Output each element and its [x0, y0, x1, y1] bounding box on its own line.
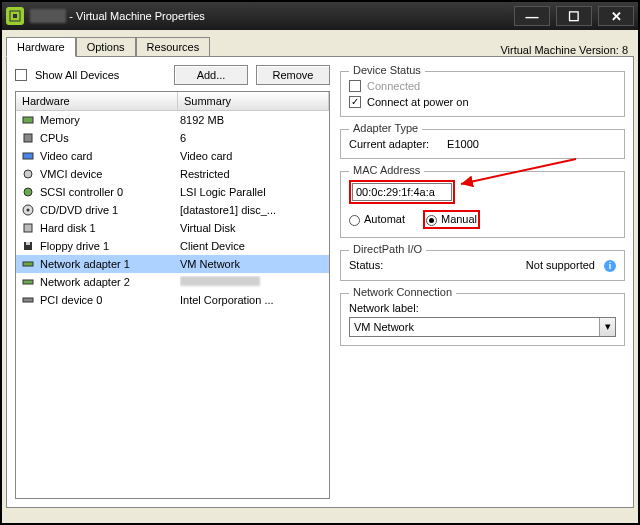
network-connection-group: Network Connection Network label: VM Net… [340, 293, 625, 346]
hardware-summary: Video card [180, 150, 325, 162]
column-summary[interactable]: Summary [178, 92, 329, 110]
disc-icon [20, 204, 36, 216]
hardware-summary: Virtual Disk [180, 222, 325, 234]
directpath-group: DirectPath I/O Status: Not supported i [340, 250, 625, 281]
hardware-name: SCSI controller 0 [40, 186, 180, 198]
hardware-name: Floppy drive 1 [40, 240, 180, 252]
svg-rect-3 [23, 153, 33, 159]
hardware-name: Network adapter 1 [40, 258, 180, 270]
tab-resources[interactable]: Resources [136, 37, 211, 57]
network-label-label: Network label: [349, 302, 616, 314]
nic-icon [20, 258, 36, 270]
svg-rect-8 [24, 224, 32, 232]
mac-address-legend: MAC Address [349, 164, 424, 176]
info-icon[interactable]: i [604, 260, 616, 272]
svg-point-7 [27, 209, 30, 212]
svg-rect-13 [23, 298, 33, 302]
add-button[interactable]: Add... [174, 65, 248, 85]
connect-at-power-on-label: Connect at power on [367, 96, 469, 108]
table-row[interactable]: SCSI controller 0LSI Logic Parallel [16, 183, 329, 201]
table-row[interactable]: Memory8192 MB [16, 111, 329, 129]
svg-point-4 [24, 170, 32, 178]
hardware-name: PCI device 0 [40, 294, 180, 306]
window-title: - Virtual Machine Properties [30, 9, 514, 24]
chevron-down-icon[interactable]: ▾ [599, 318, 615, 336]
mac-manual-highlight: Manual [423, 210, 480, 229]
table-row[interactable]: Network adapter 2 [16, 273, 329, 291]
maximize-button[interactable]: ☐ [556, 6, 592, 26]
close-button[interactable]: ✕ [598, 6, 634, 26]
tab-hardware[interactable]: Hardware [6, 37, 76, 57]
connect-at-power-on-checkbox[interactable] [349, 96, 361, 108]
current-adapter-value: E1000 [447, 138, 479, 150]
svg-rect-12 [23, 280, 33, 284]
tab-bar: Hardware Options Resources [6, 36, 210, 56]
table-row[interactable]: Floppy drive 1Client Device [16, 237, 329, 255]
connected-checkbox[interactable] [349, 80, 361, 92]
hardware-summary: 8192 MB [180, 114, 325, 126]
svg-rect-2 [24, 134, 32, 142]
hardware-summary: 6 [180, 132, 325, 144]
redacted-vm-name [30, 9, 66, 23]
directpath-status-label: Status: [349, 259, 383, 272]
video-icon [20, 150, 36, 162]
device-status-group: Device Status Connected Connect at power… [340, 71, 625, 117]
svg-rect-10 [26, 242, 30, 245]
nic-icon [20, 276, 36, 288]
svg-rect-11 [23, 262, 33, 266]
vm-version-label: Virtual Machine Version: 8 [210, 42, 634, 56]
hardware-name: Memory [40, 114, 180, 126]
connected-label: Connected [367, 80, 420, 92]
hardware-name: CPUs [40, 132, 180, 144]
table-row[interactable]: CD/DVD drive 1[datastore1] disc_... [16, 201, 329, 219]
table-row[interactable]: Video cardVideo card [16, 147, 329, 165]
hardware-summary: Restricted [180, 168, 325, 180]
table-row[interactable]: PCI device 0Intel Corporation ... [16, 291, 329, 309]
mac-address-input[interactable] [352, 183, 452, 201]
hardware-name: Hard disk 1 [40, 222, 180, 234]
hardware-summary: Client Device [180, 240, 325, 252]
table-row[interactable]: VMCI deviceRestricted [16, 165, 329, 183]
network-connection-legend: Network Connection [349, 286, 456, 298]
show-all-devices-checkbox[interactable] [15, 69, 27, 81]
floppy-icon [20, 240, 36, 252]
hardware-summary: LSI Logic Parallel [180, 186, 325, 198]
titlebar: - Virtual Machine Properties — ☐ ✕ [2, 2, 638, 30]
hardware-summary [180, 276, 325, 288]
adapter-type-group: Adapter Type Current adapter: E1000 [340, 129, 625, 159]
show-all-devices-label: Show All Devices [35, 69, 166, 81]
hardware-name: Network adapter 2 [40, 276, 180, 288]
minimize-button[interactable]: — [514, 6, 550, 26]
current-adapter-label: Current adapter: [349, 138, 429, 150]
hardware-summary: Intel Corporation ... [180, 294, 325, 306]
network-label-combo[interactable]: VM Network ▾ [349, 317, 616, 337]
mac-manual-option[interactable]: Manual [426, 213, 477, 225]
tab-options[interactable]: Options [76, 37, 136, 57]
hardware-name: Video card [40, 150, 180, 162]
adapter-type-legend: Adapter Type [349, 122, 422, 134]
table-row[interactable]: Hard disk 1Virtual Disk [16, 219, 329, 237]
device-status-legend: Device Status [349, 64, 425, 76]
scsi-icon [20, 186, 36, 198]
table-row[interactable]: CPUs6 [16, 129, 329, 147]
hardware-name: VMCI device [40, 168, 180, 180]
remove-button[interactable]: Remove [256, 65, 330, 85]
table-row[interactable]: Network adapter 1VM Network [16, 255, 329, 273]
pci-icon [20, 294, 36, 306]
mac-address-group: MAC Address Automat Manual [340, 171, 625, 238]
svg-point-5 [24, 188, 32, 196]
hardware-list: Hardware Summary Memory8192 MBCPUs6Video… [15, 91, 330, 499]
hardware-summary: VM Network [180, 258, 325, 270]
hardware-summary: [datastore1] disc_... [180, 204, 325, 216]
svg-rect-1 [23, 117, 33, 123]
memory-icon [20, 114, 36, 126]
mac-automatic-option[interactable]: Automat [349, 213, 405, 226]
app-icon [6, 7, 24, 25]
network-label-value: VM Network [350, 321, 599, 333]
column-hardware[interactable]: Hardware [16, 92, 178, 110]
hdd-icon [20, 222, 36, 234]
mac-highlight-box [349, 180, 455, 204]
hardware-name: CD/DVD drive 1 [40, 204, 180, 216]
vmci-icon [20, 168, 36, 180]
cpu-icon [20, 132, 36, 144]
